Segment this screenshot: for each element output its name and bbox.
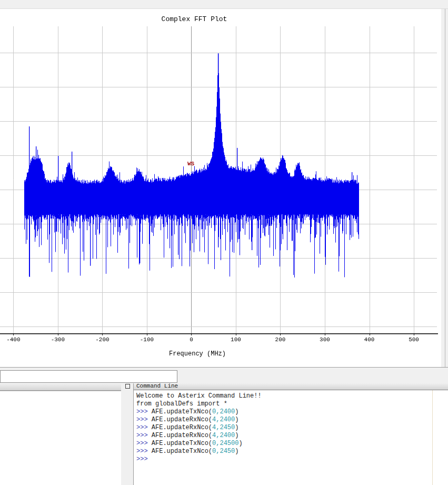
console-line: >>> AFE.updateTxNco(0,24500)	[136, 440, 262, 448]
console-segment-code: )	[235, 416, 238, 423]
x-tick-label: 100	[231, 336, 241, 343]
console-line: >>>	[136, 456, 262, 463]
console-segment-code: )	[238, 440, 242, 447]
fft-plot-canvas	[0, 9, 441, 367]
console-line: >>> AFE.updateTxNco(0,2450)	[136, 448, 262, 456]
console-segment-code: AFE.updateTxNco(	[152, 440, 212, 447]
ws-annotation: WS	[187, 161, 194, 167]
x-tick-label: -200	[95, 336, 109, 343]
console-segment-code: AFE.updateRxNco(	[152, 416, 212, 423]
console-segment-code: )	[235, 448, 238, 455]
console-segment-plain: from globalDefs import *	[136, 400, 227, 408]
left-panel-header	[0, 384, 121, 391]
x-tick-label: -400	[6, 336, 20, 343]
x-tick-label: 500	[409, 336, 419, 343]
fft-plot-window: Complex FFT Plot -400-300-200-1000100200…	[0, 9, 441, 367]
x-tick-label: 300	[320, 336, 330, 343]
console-segment-number: 0,24500	[212, 440, 238, 447]
command-line-panel-title: Command Line	[136, 383, 178, 390]
console-segment-prompt: >>>	[136, 448, 152, 455]
dock-square-icon[interactable]	[125, 384, 130, 389]
x-axis-label: Frequency (MHz)	[169, 350, 226, 358]
console-segment-code: )	[235, 432, 238, 439]
console-segment-prompt: >>>	[136, 424, 152, 431]
left-panel	[0, 391, 121, 485]
console-segment-code: )	[235, 424, 238, 431]
window-right-strip	[441, 9, 448, 367]
command-input-field[interactable]	[0, 370, 177, 383]
console-segment-code: )	[235, 408, 238, 415]
console-line: >>> AFE.updateRxNco(4,2400)	[136, 432, 262, 440]
command-line-panel-header[interactable]: Command Line	[133, 383, 448, 390]
console-line: from globalDefs import *	[136, 400, 262, 408]
x-tick-label: 200	[275, 336, 286, 343]
console-segment-prompt: >>>	[136, 456, 148, 463]
console-segment-number: 0,2400	[212, 408, 235, 415]
window-top-strip	[0, 0, 448, 9]
console-line: >>> AFE.updateRxNco(4,2450)	[136, 424, 262, 432]
console-segment-prompt: >>>	[136, 408, 152, 415]
x-tick-label: 0	[190, 336, 193, 343]
console-segment-code: AFE.updateRxNco(	[152, 432, 212, 439]
console-segment-number: 4,2450	[212, 424, 235, 431]
plot-title: Complex FFT Plot	[162, 15, 227, 23]
console-segment-code: AFE.updateTxNco(	[152, 448, 212, 455]
horizontal-separator	[0, 367, 448, 368]
console-segment-prompt: >>>	[136, 432, 152, 439]
console-segment-number: 4,2400	[212, 416, 235, 423]
console-output: Welcome to Asterix Command Line!!from gl…	[136, 392, 262, 463]
console-line: Welcome to Asterix Command Line!!	[136, 392, 262, 400]
console-segment-number: 4,2400	[212, 432, 235, 439]
console-segment-plain: Welcome to Asterix Command Line!!	[136, 392, 262, 400]
command-line-console[interactable]: Welcome to Asterix Command Line!!from gl…	[133, 390, 448, 485]
x-tick-label: -300	[51, 336, 65, 343]
column-ruler-line	[432, 390, 433, 485]
window-edge-line	[445, 9, 445, 367]
console-line: >>> AFE.updateRxNco(4,2400)	[136, 416, 262, 424]
console-segment-code: AFE.updateRxNco(	[152, 424, 212, 431]
console-segment-code: AFE.updateTxNco(	[152, 408, 212, 415]
console-line: >>> AFE.updateTxNco(0,2400)	[136, 408, 262, 416]
console-segment-prompt: >>>	[136, 416, 152, 423]
console-segment-prompt: >>>	[136, 440, 152, 447]
console-segment-number: 0,2450	[212, 448, 235, 455]
x-tick-label: 400	[364, 336, 375, 343]
x-tick-label: -100	[140, 336, 154, 343]
